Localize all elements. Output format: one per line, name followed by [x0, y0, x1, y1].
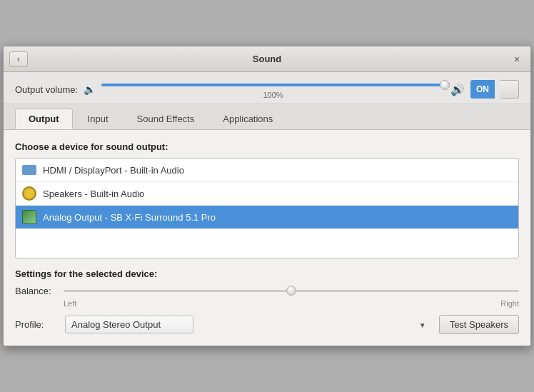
- hdmi-icon: [22, 165, 36, 175]
- sb-icon-box: [21, 209, 37, 225]
- tab-applications[interactable]: Applications: [209, 109, 286, 129]
- right-label: Right: [500, 299, 519, 308]
- profile-row: Profile: Analog Stereo OutputAnalog Surr…: [15, 315, 519, 334]
- balance-thumb[interactable]: [286, 286, 296, 296]
- sound-window: ‹ Sound × Output volume: 🔈 100% 🔊 ON Out…: [3, 46, 531, 346]
- choose-device-label: Choose a device for sound output:: [15, 141, 519, 152]
- chevron-down-icon: ▼: [419, 321, 426, 328]
- balance-row: Balance:: [15, 285, 519, 296]
- tabs-row: Output Input Sound Effects Applications: [4, 104, 530, 130]
- balance-label: Balance:: [15, 286, 58, 296]
- volume-thumb[interactable]: [440, 80, 450, 90]
- device-speakers[interactable]: Speakers - Built-in Audio: [16, 182, 518, 206]
- close-button[interactable]: ×: [509, 51, 525, 67]
- settings-label: Settings for the selected device:: [15, 268, 519, 279]
- volume-fill: [101, 84, 445, 86]
- volume-low-icon: 🔈: [84, 84, 96, 95]
- device-analog[interactable]: Analog Output - SB X-Fi Surround 5.1 Pro: [16, 206, 518, 229]
- volume-high-icon: 🔊: [450, 83, 465, 96]
- lr-labels: Left Right: [15, 299, 519, 308]
- profile-label: Profile:: [15, 319, 58, 330]
- balance-slider[interactable]: [64, 285, 519, 296]
- close-icon: ×: [514, 54, 520, 65]
- speakers-icon-box: [21, 186, 37, 201]
- device-speakers-name: Speakers - Built-in Audio: [43, 189, 144, 199]
- device-hdmi-name: HDMI / DisplayPort - Built-in Audio: [43, 165, 184, 176]
- titlebar: ‹ Sound ×: [4, 46, 530, 72]
- tab-output[interactable]: Output: [15, 109, 73, 129]
- content-area: Choose a device for sound output: HDMI /…: [4, 130, 530, 346]
- back-icon: ‹: [17, 54, 20, 64]
- sb-icon: [22, 210, 36, 224]
- volume-label: Output volume:: [15, 84, 78, 95]
- volume-slider-track[interactable]: [101, 79, 445, 91]
- tab-sound-effects[interactable]: Sound Effects: [124, 109, 208, 129]
- profile-select-wrapper: Analog Stereo OutputAnalog Surround 5.1 …: [65, 316, 432, 333]
- mute-toggle[interactable]: ON: [470, 80, 495, 99]
- volume-percent: 100%: [101, 91, 445, 99]
- test-speakers-button[interactable]: Test Speakers: [439, 315, 519, 334]
- device-hdmi[interactable]: HDMI / DisplayPort - Built-in Audio: [16, 159, 518, 182]
- window-title: Sound: [253, 54, 281, 64]
- device-list-spacer: [16, 229, 518, 258]
- hdmi-icon-box: [21, 162, 37, 178]
- left-label: Left: [64, 299, 76, 308]
- speaker-icon: [22, 186, 36, 201]
- volume-bar: Output volume: 🔈 100% 🔊 ON: [4, 72, 530, 104]
- volume-track-bg: [101, 84, 445, 86]
- profile-select[interactable]: Analog Stereo OutputAnalog Surround 5.1 …: [65, 316, 193, 333]
- balance-track: [64, 290, 519, 292]
- device-list: HDMI / DisplayPort - Built-in Audio Spea…: [15, 158, 519, 258]
- toggle-extra: [500, 80, 519, 99]
- back-button[interactable]: ‹: [9, 51, 28, 67]
- tab-input[interactable]: Input: [74, 109, 122, 129]
- volume-slider-container: 100%: [101, 79, 445, 99]
- device-analog-name: Analog Output - SB X-Fi Surround 5.1 Pro: [43, 212, 216, 223]
